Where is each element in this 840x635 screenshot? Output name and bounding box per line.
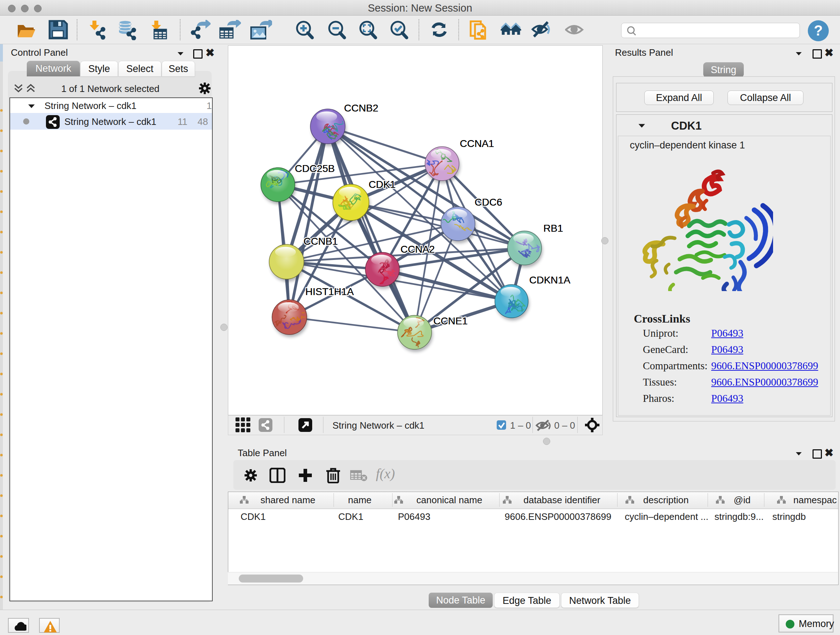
- svg-text:CCNB2: CCNB2: [344, 103, 378, 114]
- svg-text:CCNA1: CCNA1: [460, 138, 494, 149]
- svg-text:CDK1: CDK1: [369, 179, 396, 190]
- svg-text:CDC25B: CDC25B: [295, 163, 335, 174]
- svg-text:CDKN1A: CDKN1A: [529, 274, 570, 286]
- svg-text:HIST1H1A: HIST1H1A: [305, 286, 354, 297]
- svg-text:CCNB1: CCNB1: [303, 236, 338, 247]
- svg-text:CCNA2: CCNA2: [401, 244, 435, 255]
- svg-text:CCNE1: CCNE1: [433, 315, 468, 326]
- svg-text:CDC6: CDC6: [475, 196, 502, 208]
- svg-text:RB1: RB1: [543, 223, 563, 234]
- svg-text:?: ?: [814, 22, 823, 38]
